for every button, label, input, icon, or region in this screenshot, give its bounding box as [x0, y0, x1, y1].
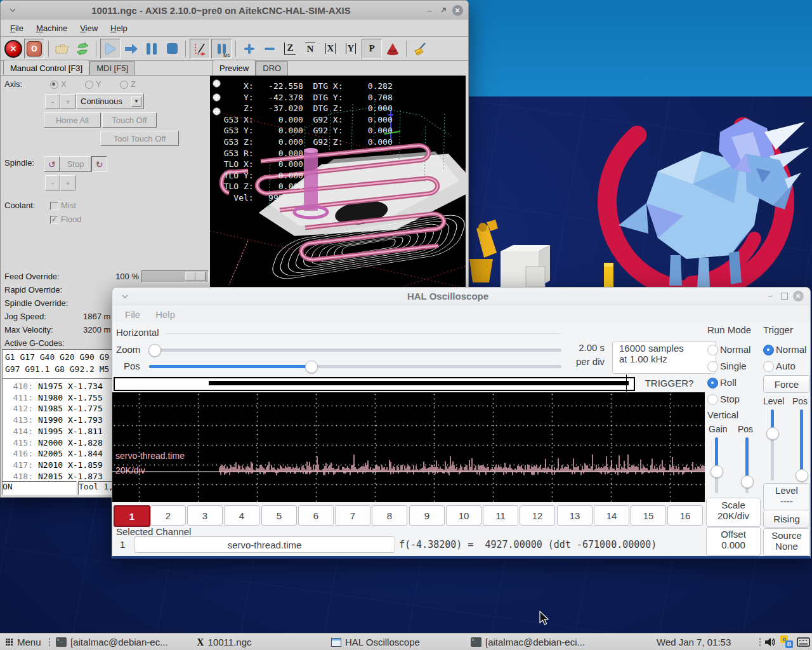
- feed-override-slider-handle[interactable]: [185, 272, 206, 281]
- trigger-edge-button[interactable]: Rising: [763, 510, 810, 527]
- jog-plus-button[interactable]: +: [60, 94, 75, 109]
- channel-button-15[interactable]: 15: [631, 505, 666, 526]
- menu-help[interactable]: Help: [105, 22, 133, 35]
- clear-plot-button[interactable]: [410, 39, 429, 58]
- close-button[interactable]: ✕: [450, 3, 464, 17]
- trigger-level-slider[interactable]: [771, 409, 774, 481]
- menu-machine[interactable]: Machine: [30, 22, 73, 35]
- tab-mdi[interactable]: MDI [F5]: [89, 61, 135, 76]
- tab-manual-control[interactable]: Manual Control [F3]: [3, 60, 89, 76]
- scope-display[interactable]: servo-thread.time 20K/div: [112, 392, 705, 502]
- jog-mode-select[interactable]: Continuous ▼: [76, 93, 144, 109]
- channel-button-11[interactable]: 11: [483, 505, 518, 526]
- machine-power-button[interactable]: O: [24, 39, 44, 59]
- close-button[interactable]: ✕: [791, 289, 805, 303]
- taskbar-terminal-1[interactable]: [aitalmac@debian-ec...: [56, 633, 168, 650]
- window-menu-chevron-icon[interactable]: [6, 3, 20, 17]
- keyboard-button[interactable]: [797, 633, 810, 650]
- trigger-pos-slider-handle[interactable]: [796, 469, 808, 482]
- taskbar-oscilloscope[interactable]: HAL Oscilloscope: [331, 633, 420, 650]
- maximize-icon[interactable]: [777, 289, 791, 303]
- gain-slider-handle[interactable]: [710, 465, 723, 478]
- keyboard-layout-indicator[interactable]: o B: [780, 633, 794, 650]
- channel-button-10[interactable]: 10: [446, 505, 481, 526]
- channel-button-14[interactable]: 14: [594, 505, 629, 526]
- pause-button[interactable]: [142, 39, 161, 58]
- clock[interactable]: Wed Jan 7, 01:53: [657, 633, 731, 650]
- gain-slider[interactable]: [715, 437, 718, 493]
- trigger-normal-radio[interactable]: [763, 345, 774, 355]
- channel-button-7[interactable]: 7: [335, 505, 370, 526]
- spindle-plus-button[interactable]: +: [60, 175, 75, 190]
- tab-dro[interactable]: DRO: [256, 61, 288, 76]
- volume-button[interactable]: [764, 633, 776, 650]
- run-mode-stop-radio[interactable]: [707, 394, 718, 405]
- pos-slider-handle[interactable]: [305, 361, 318, 373]
- optional-stop-button[interactable]: M1: [211, 39, 232, 59]
- axis-titlebar[interactable]: 10011.ngc - AXIS 2.10.0~pre0 on AitekCNC…: [1, 1, 468, 20]
- trigger-level-slider-handle[interactable]: [766, 427, 779, 440]
- skip-lines-button[interactable]: [190, 39, 210, 59]
- channel-button-5[interactable]: 5: [261, 505, 297, 526]
- vertical-pos-slider-handle[interactable]: [741, 475, 754, 488]
- channel-button-6[interactable]: 6: [298, 505, 334, 526]
- zoom-in-button[interactable]: [240, 39, 259, 58]
- channel-button-1[interactable]: 1: [114, 505, 150, 527]
- window-menu-chevron-icon[interactable]: [117, 289, 133, 304]
- taskbar-axis[interactable]: X 10011.ngc: [197, 633, 252, 650]
- estop-button[interactable]: ✕: [4, 39, 23, 58]
- stop-button[interactable]: [162, 39, 181, 58]
- flood-checkbox[interactable]: ✓: [50, 216, 58, 224]
- mist-checkbox[interactable]: [50, 202, 58, 210]
- spindle-cw-button[interactable]: ↻: [91, 156, 107, 172]
- channel-button-9[interactable]: 9: [409, 505, 445, 526]
- channel-button-3[interactable]: 3: [187, 505, 223, 526]
- signal-name-input[interactable]: servo-thread.time: [134, 536, 395, 553]
- feed-override-slider[interactable]: [141, 270, 209, 282]
- force-trigger-button[interactable]: Force: [763, 375, 810, 393]
- menu-file[interactable]: File: [4, 22, 29, 35]
- home-all-button[interactable]: Home All: [44, 112, 101, 128]
- taskbar-terminal-2[interactable]: [aitalmac@debian-eci...: [471, 633, 585, 650]
- run-mode-single-radio[interactable]: [707, 361, 718, 372]
- axis-z-radio[interactable]: [120, 81, 128, 89]
- tab-preview[interactable]: Preview: [213, 60, 256, 76]
- zoom-slider[interactable]: [149, 348, 561, 352]
- applications-menu-button[interactable]: Menu: [5, 633, 41, 650]
- channel-button-16[interactable]: 16: [667, 505, 703, 526]
- axis-y-radio[interactable]: [85, 81, 93, 89]
- view-x-button[interactable]: X: [321, 39, 340, 58]
- touch-off-button[interactable]: Touch Off: [102, 112, 157, 128]
- spindle-ccw-button[interactable]: ↺: [44, 156, 60, 172]
- view-y-button[interactable]: Y: [341, 39, 360, 58]
- osc-titlebar[interactable]: HAL Oscilloscope − ✕: [112, 288, 810, 305]
- open-file-button[interactable]: [53, 39, 72, 58]
- menu-file[interactable]: File: [119, 307, 147, 322]
- trigger-pos-slider[interactable]: [800, 409, 803, 481]
- view-z2-button[interactable]: N: [301, 39, 320, 58]
- axis-x-radio[interactable]: [50, 81, 58, 89]
- menu-view[interactable]: View: [74, 22, 103, 35]
- tool-touch-off-button[interactable]: Tool Touch Off: [100, 131, 179, 146]
- zoom-out-button[interactable]: [260, 39, 279, 58]
- spindle-minus-button[interactable]: -: [45, 175, 60, 190]
- channel-button-2[interactable]: 2: [150, 505, 186, 526]
- run-mode-roll-radio[interactable]: [707, 378, 718, 388]
- restore-icon[interactable]: [436, 3, 450, 17]
- rotate-view-button[interactable]: [383, 39, 402, 58]
- minimize-icon[interactable]: −: [763, 289, 777, 303]
- minimize-icon[interactable]: –: [422, 3, 436, 17]
- view-perspective-button[interactable]: P: [362, 39, 382, 59]
- spindle-stop-button[interactable]: Stop: [60, 156, 91, 172]
- zoom-slider-handle[interactable]: [148, 344, 161, 357]
- view-z-button[interactable]: Z: [280, 39, 299, 58]
- channel-button-12[interactable]: 12: [520, 505, 555, 526]
- run-program-button[interactable]: [100, 39, 121, 59]
- channel-button-8[interactable]: 8: [372, 505, 407, 526]
- run-from-line-button[interactable]: [122, 39, 141, 58]
- jog-minus-button[interactable]: -: [45, 94, 60, 109]
- menu-help[interactable]: Help: [149, 307, 181, 322]
- channel-button-4[interactable]: 4: [224, 505, 259, 526]
- channel-button-13[interactable]: 13: [557, 505, 593, 526]
- run-mode-normal-radio[interactable]: [707, 345, 718, 355]
